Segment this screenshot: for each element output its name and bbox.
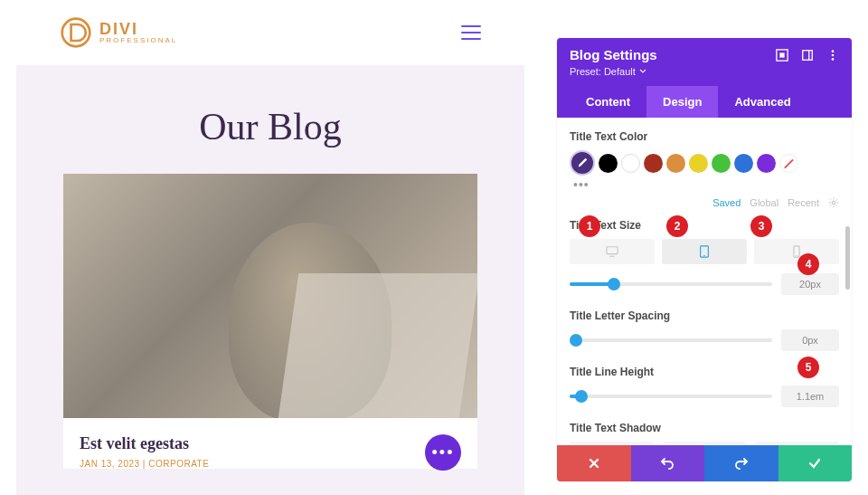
- undo-button[interactable]: [631, 445, 705, 481]
- tab-advanced[interactable]: Advanced: [718, 86, 807, 118]
- blog-settings-panel: Blog Settings Preset: Default Content De…: [557, 38, 852, 481]
- svg-rect-9: [607, 247, 618, 254]
- svg-point-5: [832, 50, 835, 52]
- cancel-button[interactable]: [557, 445, 631, 481]
- gear-icon[interactable]: [828, 197, 839, 208]
- palette-tab-recent[interactable]: Recent: [788, 197, 819, 208]
- close-icon: [588, 457, 600, 470]
- snap-icon[interactable]: [801, 49, 814, 62]
- color-swatch[interactable]: [599, 154, 618, 173]
- panel-title: Blog Settings: [570, 47, 657, 62]
- panel-footer: [557, 445, 852, 481]
- palette-tab-saved[interactable]: Saved: [712, 197, 741, 208]
- eyedropper-swatch[interactable]: [570, 150, 595, 176]
- title-size-slider[interactable]: [570, 282, 772, 286]
- site-logo[interactable]: DIVI PROFESSIONAL: [60, 16, 177, 49]
- post-title[interactable]: Est velit egestas: [80, 434, 461, 453]
- redo-icon: [734, 456, 749, 471]
- svg-point-6: [832, 53, 835, 56]
- color-swatch[interactable]: [689, 154, 708, 173]
- label-title-color: Title Text Color: [570, 130, 839, 143]
- title-size-input[interactable]: [781, 273, 839, 295]
- color-swatch[interactable]: [644, 154, 663, 173]
- blog-post-card[interactable]: Est velit egestas JAN 13, 2023 | CORPORA…: [63, 174, 477, 469]
- responsive-device-tabs: [570, 239, 839, 264]
- preset-selector[interactable]: Preset: Default: [570, 64, 646, 86]
- resize-handle-right[interactable]: [533, 244, 537, 275]
- post-featured-image: [63, 174, 477, 418]
- panel-header: Blog Settings Preset: Default Content De…: [557, 38, 852, 118]
- color-swatch-none[interactable]: [779, 154, 798, 173]
- phone-icon: [790, 245, 803, 258]
- color-swatch[interactable]: [757, 154, 776, 173]
- color-swatch[interactable]: [734, 154, 753, 173]
- logo-text-sub: PROFESSIONAL: [99, 37, 177, 44]
- post-meta: JAN 13, 2023 | CORPORATE: [80, 459, 461, 469]
- preview-header: DIVI PROFESSIONAL: [16, 0, 524, 65]
- label-text-shadow: Title Text Shadow: [570, 422, 839, 434]
- color-swatch[interactable]: [712, 154, 731, 173]
- check-icon: [807, 456, 822, 471]
- redo-button[interactable]: [704, 445, 778, 481]
- panel-tabs: Content Design Advanced: [570, 86, 839, 118]
- svg-point-7: [832, 58, 835, 61]
- label-letter-spacing: Title Letter Spacing: [570, 309, 839, 322]
- save-button[interactable]: [778, 445, 853, 481]
- label-title-size: Title Text Size: [570, 219, 839, 232]
- tab-design[interactable]: Design: [646, 86, 718, 118]
- tab-content[interactable]: Content: [570, 86, 646, 118]
- label-line-height: Title Line Height: [570, 366, 839, 378]
- menu-toggle-icon[interactable]: [461, 25, 481, 40]
- device-tab-phone[interactable]: [754, 239, 839, 264]
- svg-point-12: [703, 255, 704, 256]
- more-colors-icon[interactable]: •••: [573, 177, 839, 192]
- svg-point-8: [832, 201, 835, 205]
- resize-handle-left[interactable]: [7, 244, 11, 275]
- svg-rect-2: [779, 52, 784, 57]
- expand-icon[interactable]: [776, 49, 788, 62]
- panel-body: Title Text Color ••• Saved Global Recent…: [557, 118, 852, 445]
- device-tab-tablet[interactable]: [662, 239, 747, 264]
- desktop-icon: [606, 245, 618, 258]
- text-shadow-preset-1[interactable]: aA: [663, 442, 747, 445]
- preset-label: Preset: Default: [570, 66, 636, 77]
- palette-tab-global[interactable]: Global: [750, 197, 778, 208]
- eyedropper-icon: [576, 157, 589, 169]
- undo-icon: [660, 456, 675, 471]
- logo-icon: [60, 16, 92, 49]
- letter-spacing-input[interactable]: [781, 329, 839, 351]
- line-height-slider[interactable]: [570, 395, 772, 398]
- color-swatch[interactable]: [666, 154, 685, 173]
- color-swatches: [570, 150, 839, 176]
- letter-spacing-slider[interactable]: [570, 338, 772, 342]
- post-action-button[interactable]: •••: [425, 434, 461, 471]
- text-shadow-preset-2[interactable]: aA: [755, 442, 839, 445]
- svg-rect-3: [803, 50, 813, 60]
- logo-text-main: DIVI: [99, 21, 177, 37]
- page-title: Our Blog: [16, 105, 524, 148]
- text-shadow-none[interactable]: [570, 442, 654, 445]
- tablet-icon: [698, 245, 711, 258]
- chevron-down-icon: [639, 68, 646, 75]
- device-tab-desktop[interactable]: [570, 239, 655, 264]
- more-icon[interactable]: [826, 49, 839, 62]
- line-height-input[interactable]: [781, 386, 839, 407]
- scrollbar[interactable]: [845, 226, 850, 290]
- svg-point-14: [796, 255, 797, 256]
- page-preview: DIVI PROFESSIONAL Our Blog Est velit ege…: [16, 0, 524, 495]
- color-swatch[interactable]: [621, 154, 640, 173]
